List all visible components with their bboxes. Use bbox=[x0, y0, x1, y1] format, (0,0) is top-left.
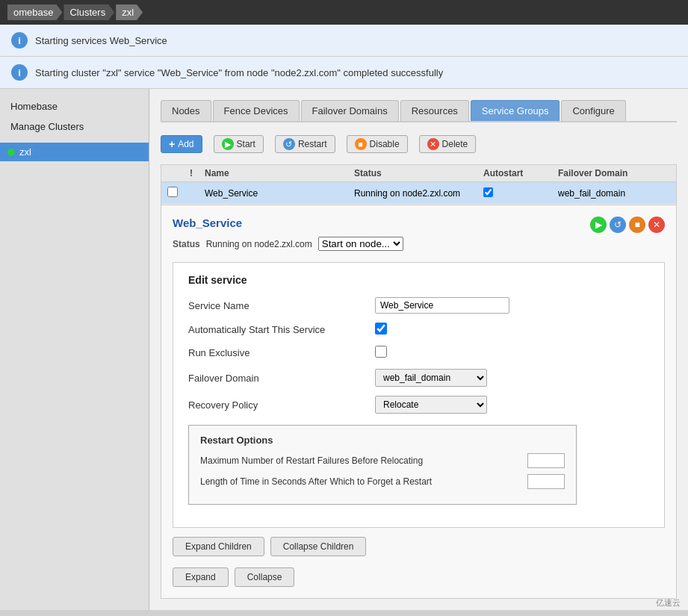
main-content: Nodes Fence Devices Failover Domains Res… bbox=[149, 89, 688, 610]
restart-label: Restart bbox=[298, 139, 327, 149]
restart-options-title: Restart Options bbox=[200, 435, 565, 446]
max-failures-input[interactable] bbox=[527, 453, 565, 468]
expand-button[interactable]: Expand bbox=[173, 567, 229, 587]
run-exclusive-checkbox[interactable] bbox=[375, 346, 387, 358]
restart-row-max-failures: Maximum Number of Restart Failures Befor… bbox=[200, 453, 565, 468]
collapse-children-button[interactable]: Collapse Children bbox=[270, 537, 367, 556]
info-icon-1: i bbox=[11, 32, 28, 49]
col-name: Name bbox=[205, 168, 354, 178]
col-autostart: Autostart bbox=[483, 168, 558, 178]
sidebar-homebase[interactable]: Homebase bbox=[0, 96, 149, 116]
failover-domain-label: Failover Domain bbox=[188, 373, 375, 384]
recovery-policy-label: Recovery Policy bbox=[188, 399, 375, 411]
start-node-select[interactable]: Start on node... node1.zxl.com node2.zxl… bbox=[318, 237, 403, 251]
delete-icon: ✕ bbox=[427, 138, 439, 150]
cluster-status-dot bbox=[7, 149, 15, 156]
row-checkbox[interactable] bbox=[167, 187, 178, 197]
detail-status-row: Status Running on node2.zxl.com Start on… bbox=[173, 237, 665, 251]
delete-button[interactable]: ✕ Delete bbox=[419, 135, 477, 153]
info-banner-1: i Starting services Web_Service bbox=[0, 25, 688, 57]
start-icon: ▶ bbox=[222, 138, 234, 150]
auto-start-checkbox[interactable] bbox=[375, 323, 387, 335]
sidebar-manage-clusters[interactable]: Manage Clusters bbox=[0, 116, 149, 137]
info-icon-2: i bbox=[11, 64, 28, 81]
tab-fence-devices[interactable]: Fence Devices bbox=[213, 100, 300, 121]
breadcrumb-homebase[interactable]: omebase bbox=[7, 4, 62, 20]
info-text-1: Starting services Web_Service bbox=[35, 35, 167, 46]
failover-domain-select[interactable]: web_fail_domain none bbox=[375, 369, 487, 387]
add-label: Add bbox=[178, 139, 193, 149]
tab-nodes[interactable]: Nodes bbox=[161, 100, 211, 121]
row-name: Web_Service bbox=[205, 188, 354, 199]
restart-icon: ↺ bbox=[283, 138, 295, 150]
row-autostart bbox=[483, 187, 558, 199]
edit-service-form: Edit service Service Name Automatically … bbox=[173, 262, 665, 528]
tab-failover-domains[interactable]: Failover Domains bbox=[301, 100, 399, 121]
forget-time-label: Length of Time in Seconds After Which to… bbox=[200, 476, 527, 487]
detail-actions: ▶ ↺ ■ ✕ bbox=[590, 217, 665, 233]
form-row-recovery-policy: Recovery Policy Relocate Restart Disable… bbox=[188, 396, 649, 414]
main-layout: Homebase Manage Clusters zxl Nodes Fence… bbox=[0, 89, 688, 610]
forget-time-input[interactable] bbox=[527, 474, 565, 489]
table-header: ! Name Status Autostart Failover Domain bbox=[161, 165, 676, 182]
max-failures-label: Maximum Number of Restart Failures Befor… bbox=[200, 455, 527, 466]
breadcrumb-zxl[interactable]: zxl bbox=[116, 4, 143, 20]
detail-panel: Web_Service ▶ ↺ ■ ✕ Status Running on no… bbox=[161, 205, 677, 599]
tab-configure[interactable]: Configure bbox=[561, 100, 625, 121]
disable-label: Disable bbox=[370, 139, 400, 149]
run-exclusive-value bbox=[375, 346, 387, 360]
recovery-policy-value: Relocate Restart Disable None bbox=[375, 396, 487, 414]
form-row-failover-domain: Failover Domain web_fail_domain none bbox=[188, 369, 649, 387]
start-button[interactable]: ▶ Start bbox=[214, 135, 264, 153]
detail-start-button[interactable]: ▶ bbox=[590, 217, 607, 233]
delete-label: Delete bbox=[442, 139, 468, 149]
watermark-text: 亿速云 bbox=[656, 597, 681, 609]
auto-start-value bbox=[375, 323, 387, 337]
tabs-bar: Nodes Fence Devices Failover Domains Res… bbox=[161, 100, 677, 122]
info-text-2: Starting cluster "zxl" service "Web_Serv… bbox=[35, 67, 443, 78]
recovery-policy-select[interactable]: Relocate Restart Disable None bbox=[375, 396, 487, 414]
tab-resources[interactable]: Resources bbox=[400, 100, 469, 121]
form-row-autostart: Automatically Start This Service bbox=[188, 323, 649, 337]
detail-status-value: Running on node2.zxl.com bbox=[206, 239, 312, 249]
disable-icon: ■ bbox=[355, 138, 367, 150]
start-label: Start bbox=[237, 139, 255, 149]
collapse-button[interactable]: Collapse bbox=[235, 567, 295, 587]
sidebar-cluster-zxl[interactable]: zxl bbox=[0, 143, 149, 161]
col-failover: Failover Domain bbox=[558, 168, 670, 178]
table-row[interactable]: Web_Service Running on node2.zxl.com web… bbox=[161, 182, 676, 205]
detail-restart-button[interactable]: ↺ bbox=[610, 217, 626, 233]
breadcrumb-clusters[interactable]: Clusters bbox=[63, 4, 114, 20]
service-name-input[interactable] bbox=[375, 297, 509, 314]
col-alert: ! bbox=[190, 168, 205, 178]
detail-stop-button[interactable]: ■ bbox=[629, 217, 645, 233]
add-icon: + bbox=[169, 138, 175, 150]
toolbar: + Add ▶ Start ↺ Restart ■ Disable ✕ Dele… bbox=[161, 131, 677, 157]
failover-domain-value: web_fail_domain none bbox=[375, 369, 487, 387]
service-table: ! Name Status Autostart Failover Domain … bbox=[161, 164, 677, 205]
col-checkbox bbox=[167, 168, 190, 178]
detail-delete-button[interactable]: ✕ bbox=[648, 217, 665, 233]
expand-children-button[interactable]: Expand Children bbox=[173, 537, 264, 556]
form-row-service-name: Service Name bbox=[188, 297, 649, 314]
cluster-name: zxl bbox=[19, 146, 31, 158]
tab-service-groups[interactable]: Service Groups bbox=[471, 100, 560, 121]
sidebar: Homebase Manage Clusters zxl bbox=[0, 89, 149, 610]
disable-button[interactable]: ■ Disable bbox=[347, 135, 408, 153]
row-autostart-checkbox[interactable] bbox=[483, 187, 493, 197]
restart-button[interactable]: ↺ Restart bbox=[275, 135, 335, 153]
expand-collapse-row: Expand Children Collapse Children bbox=[173, 537, 665, 556]
row-checkbox-cell bbox=[167, 187, 190, 199]
bottom-buttons: Expand Collapse bbox=[173, 567, 665, 587]
info-banner-2: i Starting cluster "zxl" service "Web_Se… bbox=[0, 57, 688, 89]
restart-row-forget-time: Length of Time in Seconds After Which to… bbox=[200, 474, 565, 489]
detail-status-label: Status bbox=[173, 239, 200, 249]
service-name-value bbox=[375, 297, 509, 314]
col-status: Status bbox=[354, 168, 483, 178]
run-exclusive-label: Run Exclusive bbox=[188, 347, 375, 358]
row-status: Running on node2.zxl.com bbox=[354, 188, 483, 199]
restart-options-box: Restart Options Maximum Number of Restar… bbox=[188, 425, 577, 505]
detail-title: Web_Service bbox=[173, 217, 242, 229]
form-row-run-exclusive: Run Exclusive bbox=[188, 346, 649, 360]
add-button[interactable]: + Add bbox=[161, 135, 202, 153]
